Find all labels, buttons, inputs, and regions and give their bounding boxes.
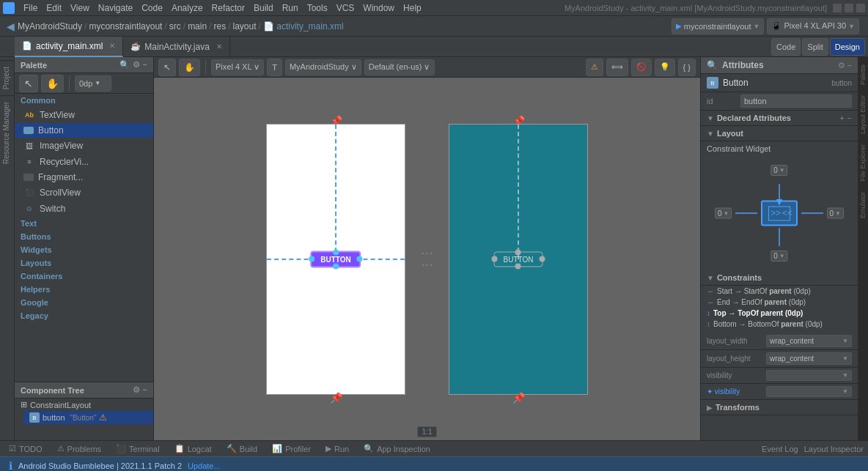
- maximize-button[interactable]: [845, 4, 853, 12]
- notification-update-link[interactable]: Update...: [188, 461, 221, 470]
- rtab-palette[interactable]: Palette: [858, 60, 868, 89]
- button-widget-dark[interactable]: BUTTON: [494, 251, 543, 267]
- cw-top-spinbox[interactable]: 0 ▼: [770, 165, 787, 176]
- menu-navigate[interactable]: Navigate: [94, 1, 137, 15]
- bottom-tab-app-inspection[interactable]: 🔍 App Inspection: [359, 442, 435, 455]
- tree-button[interactable]: B button "Button" ⚠: [23, 411, 153, 424]
- declared-minus-icon[interactable]: −: [847, 114, 852, 122]
- palette-item-imageview[interactable]: 🖼 ImageView: [15, 138, 153, 154]
- palette-category-text[interactable]: Text: [15, 217, 153, 230]
- orientation-button[interactable]: T: [267, 59, 282, 76]
- constraints-section-header[interactable]: ▼ Constraints: [701, 270, 858, 286]
- vtab-resource-manager[interactable]: Resource Manager: [0, 95, 14, 170]
- menu-view[interactable]: View: [66, 1, 94, 15]
- close-button[interactable]: [856, 4, 865, 12]
- cw-top-arrow-down[interactable]: ▼: [779, 167, 785, 174]
- canvas-viewport[interactable]: 📌 BUTTON 📌 ⋮: [154, 78, 700, 440]
- dot-right-light[interactable]: [357, 256, 363, 262]
- menu-code[interactable]: Code: [137, 1, 167, 15]
- menu-edit[interactable]: Edit: [42, 1, 66, 15]
- breadcrumb-main[interactable]: main: [188, 21, 207, 31]
- tab-activity-main[interactable]: 📄 activity_main.xml ✕: [15, 37, 123, 57]
- palette-item-fragment[interactable]: Fragment...: [15, 170, 153, 185]
- bottom-tab-todo[interactable]: ☑ TODO: [4, 442, 47, 455]
- tab-mainactivity-close[interactable]: ✕: [216, 42, 222, 51]
- design-view-button[interactable]: Design: [830, 38, 865, 56]
- component-tree-settings-icon[interactable]: ⚙: [133, 385, 140, 395]
- constraint-start[interactable]: ↔ Start → StartOf parent (0dp): [707, 286, 852, 297]
- bottom-tab-run[interactable]: ▶ Run: [321, 442, 353, 455]
- dot-bottom-dark[interactable]: [515, 263, 521, 269]
- button-widget-light[interactable]: BUTTON: [310, 251, 361, 267]
- breadcrumb-layout[interactable]: layout: [233, 21, 257, 31]
- breadcrumb-module[interactable]: myconstraintlayout: [89, 21, 162, 31]
- menu-run[interactable]: Run: [278, 1, 303, 15]
- component-tree-close-icon[interactable]: −: [143, 385, 147, 395]
- cw-bottom-arrow-down[interactable]: ▼: [779, 253, 785, 259]
- visibility-dropdown[interactable]: ▼: [766, 370, 852, 381]
- menu-build[interactable]: Build: [249, 1, 278, 15]
- palette-category-helpers[interactable]: Helpers: [15, 283, 153, 296]
- layout-width-dropdown[interactable]: wrap_content ▼: [766, 335, 852, 347]
- bottom-tab-profiler[interactable]: 📊 Profiler: [268, 442, 315, 455]
- split-view-button[interactable]: Split: [802, 38, 828, 56]
- select-tool-button[interactable]: ↖: [19, 75, 38, 92]
- phone-light[interactable]: BUTTON: [266, 124, 405, 395]
- palette-category-common[interactable]: Common: [15, 94, 153, 107]
- palette-category-legacy[interactable]: Legacy: [15, 309, 153, 322]
- cw-right-spinbox[interactable]: 0 ▼: [827, 208, 844, 219]
- margin-dropdown[interactable]: 0dp ▼: [75, 75, 111, 92]
- menu-analyze[interactable]: Analyze: [167, 1, 207, 15]
- palette-category-layouts[interactable]: Layouts: [15, 256, 153, 270]
- tree-constraintlayout[interactable]: ⊞ ConstraintLayout: [15, 398, 153, 411]
- event-log-tab[interactable]: Event Log: [762, 445, 798, 453]
- bottom-tab-build[interactable]: 🔨 Build: [222, 442, 262, 455]
- infer-btn[interactable]: 💡: [655, 59, 675, 76]
- device-size-dropdown[interactable]: Pixel 4 XL ∨: [211, 59, 264, 75]
- palette-item-scrollview[interactable]: ⬛ ScrollView: [15, 185, 153, 201]
- device-dropdown[interactable]: 📱 Pixel 4 XL API 30 ▼: [767, 18, 859, 34]
- attr-settings-icon[interactable]: ⚙: [838, 61, 845, 70]
- constraint-end[interactable]: ↔ End → EndOf parent (0dp): [707, 297, 852, 308]
- format-btn[interactable]: { }: [678, 59, 696, 76]
- palette-item-switch[interactable]: ⊙ Switch: [15, 201, 153, 217]
- declared-add-icon[interactable]: +: [839, 114, 844, 122]
- configuration-dropdown[interactable]: ▶ myconstraintlayout ▼: [672, 18, 765, 34]
- clear-constraints-btn[interactable]: 🚫: [631, 59, 652, 76]
- constraint-top[interactable]: ↕ Top → TopOf parent (0dp): [707, 308, 852, 319]
- vtab-project[interactable]: Project: [0, 60, 14, 95]
- constraint-bottom[interactable]: ↕ Bottom → BottomOf parent (0dp): [707, 319, 852, 330]
- visibility-alpha-dropdown[interactable]: ▼: [766, 386, 852, 397]
- layout-section-header[interactable]: ▼ Layout: [701, 126, 858, 141]
- minimize-button[interactable]: [833, 4, 842, 12]
- palette-item-recyclerview[interactable]: ≡ RecyclerVi...: [15, 154, 153, 170]
- rtab-layout-editor[interactable]: Layout Editor: [858, 91, 868, 138]
- cw-right-arrow[interactable]: ▼: [835, 210, 841, 217]
- attr-search-icon[interactable]: 🔍: [707, 60, 718, 70]
- dot-right-dark[interactable]: [539, 256, 545, 262]
- code-view-button[interactable]: Code: [771, 38, 801, 56]
- palette-close-icon[interactable]: −: [143, 60, 147, 70]
- declared-attributes-header[interactable]: ▼ Declared Attributes + −: [701, 111, 858, 126]
- palette-category-google[interactable]: Google: [15, 296, 153, 309]
- warn-btn[interactable]: ⚠: [586, 59, 603, 76]
- menu-window[interactable]: Window: [358, 1, 399, 15]
- layout-height-dropdown[interactable]: wrap_content ▼: [766, 352, 852, 365]
- phone-dark[interactable]: BUTTON: [449, 124, 588, 395]
- dot-left-light[interactable]: [309, 256, 315, 262]
- bottom-tab-logcat[interactable]: 📋 Logcat: [170, 442, 216, 455]
- palette-item-button[interactable]: Button: [15, 123, 153, 138]
- rtab-emulator[interactable]: Emulator: [858, 188, 868, 223]
- palette-settings-icon[interactable]: ⚙: [133, 60, 140, 70]
- tab-mainactivity[interactable]: ☕ MainActivity.java ✕: [123, 37, 229, 57]
- tab-close-icon[interactable]: ✕: [109, 42, 115, 50]
- menu-vcs[interactable]: VCS: [332, 1, 359, 15]
- palette-item-textview[interactable]: Ab TextView: [15, 107, 153, 123]
- dot-left-dark[interactable]: [492, 256, 498, 262]
- breadcrumb-src[interactable]: src: [169, 21, 181, 31]
- autoconnect-btn[interactable]: ⟺: [606, 59, 628, 76]
- cw-left-spinbox[interactable]: 0 ▼: [715, 208, 732, 219]
- attr-close-icon[interactable]: −: [847, 61, 852, 70]
- dot-top-dark[interactable]: [515, 249, 521, 255]
- palette-category-buttons[interactable]: Buttons: [15, 230, 153, 243]
